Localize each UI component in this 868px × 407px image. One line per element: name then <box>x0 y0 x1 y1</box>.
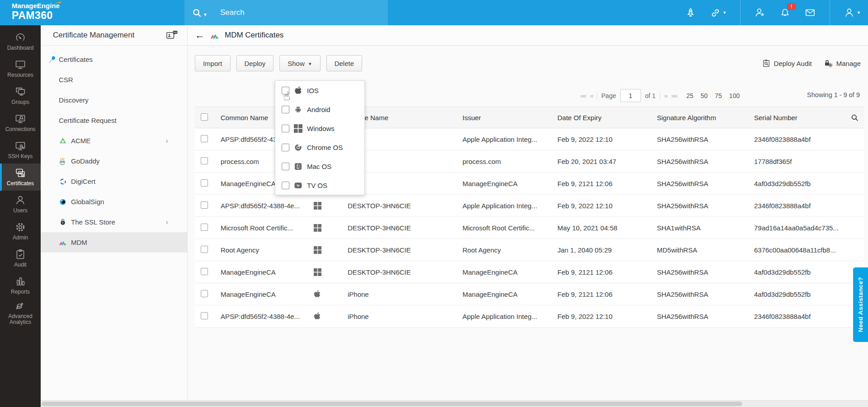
cell-serial: 4af0d3d29db552fb <box>749 268 850 276</box>
deploy-button[interactable]: Deploy <box>236 55 274 71</box>
sidebar-item-ssh-keys[interactable]: SSH Keys <box>0 136 41 164</box>
page-size-100[interactable]: 100 <box>729 92 740 99</box>
table-row[interactable]: ManageEngineCA iPhone ManageEngineCA Feb… <box>195 283 864 305</box>
os-option-chrome-os[interactable]: Chrome OS <box>275 138 364 157</box>
cell-common-name: ManageEngineCA <box>215 268 310 276</box>
table-row[interactable]: ManageEngineCA DESKTOP-3HN6CIE ManageEng… <box>195 261 864 283</box>
table-row[interactable]: APSP:dfd565f2-4388-4e... iPhone Apple Ap… <box>195 305 864 327</box>
sidebar-item-audit[interactable]: Audit <box>0 245 41 272</box>
subnav-item-digicert[interactable]: DigiCert <box>41 171 187 192</box>
os-option-mac-os[interactable]: Mac OS <box>275 157 364 176</box>
first-page-icon[interactable]: «« <box>580 92 586 99</box>
header-signature-algorithm[interactable]: Signature Algorithm <box>651 114 749 122</box>
cell-common-name: Microsoft Root Certific... <box>215 224 310 232</box>
sidebar-item-resources[interactable]: Resources <box>0 55 41 82</box>
sidebar-item-reports[interactable]: Reports <box>0 272 41 299</box>
search-input[interactable] <box>219 8 370 18</box>
subnav-item-csr[interactable]: CSR <box>41 70 187 90</box>
pagination-divider <box>660 92 660 100</box>
sidebar-item-advanced-analytics[interactable]: Advanced Analytics <box>0 299 41 326</box>
page-size-50[interactable]: 50 <box>701 92 708 99</box>
row-checkbox[interactable] <box>201 268 208 275</box>
sidebar-item-dashboard[interactable]: Dashboard <box>0 28 41 55</box>
brand-logo: ManageEngine PAM360 <box>12 2 60 21</box>
subnav-item-acme[interactable]: ACME › <box>41 131 187 151</box>
deploy-audit-button[interactable]: Deploy Audit <box>762 59 812 68</box>
row-checkbox[interactable] <box>201 290 208 297</box>
row-checkbox[interactable] <box>201 246 208 253</box>
search-icon[interactable] <box>192 8 202 18</box>
subnav-item-discovery[interactable]: Discovery <box>41 90 187 110</box>
page-number-input[interactable] <box>620 89 641 102</box>
back-arrow-icon[interactable]: ← <box>195 30 205 40</box>
row-checkbox[interactable] <box>201 312 208 319</box>
connections-icon <box>14 113 26 125</box>
apple-icon <box>294 86 302 95</box>
table-search-icon[interactable] <box>850 113 859 122</box>
sidebar-item-connections[interactable]: Connections <box>0 109 41 136</box>
subnav-item-globalsign[interactable]: GlobalSign <box>41 192 187 212</box>
horizontal-scrollbar[interactable] <box>41 400 868 407</box>
android-checkbox[interactable] <box>282 106 289 113</box>
cell-serial: 2346f0823888a4bf <box>749 313 850 320</box>
manage-button[interactable]: Manage <box>824 59 861 68</box>
header-issuer[interactable]: Issuer <box>457 114 552 122</box>
pagination-divider <box>597 92 597 100</box>
panel-feedback-icon[interactable] <box>166 30 178 41</box>
row-checkbox[interactable] <box>201 179 208 187</box>
users-icon <box>14 194 26 206</box>
tv-os-checkbox[interactable] <box>282 182 289 189</box>
whats-new-rocket-icon[interactable] <box>685 7 696 19</box>
row-checkbox[interactable] <box>201 135 208 142</box>
topbar-divider <box>740 0 741 25</box>
chrome-icon <box>294 143 302 152</box>
next-page-icon[interactable]: » <box>664 92 667 99</box>
chrome-os-checkbox[interactable] <box>282 144 289 151</box>
row-checkbox[interactable] <box>201 224 208 231</box>
sidebar-item-admin[interactable]: Admin <box>0 218 41 245</box>
row-checkbox[interactable] <box>201 157 208 164</box>
table-row[interactable]: Root Agency DESKTOP-3HN6CIE Root Agency … <box>195 239 864 261</box>
windows-checkbox[interactable] <box>282 125 289 132</box>
dashboard-icon <box>14 32 26 43</box>
last-page-icon[interactable]: »» <box>671 92 677 99</box>
search-scope-caret-icon[interactable]: ▼ <box>203 12 208 17</box>
sidebar-item-certificates[interactable]: Certificates <box>0 164 41 191</box>
row-checkbox[interactable] <box>201 201 208 209</box>
os-option-windows[interactable]: Windows <box>275 119 364 138</box>
need-assistance-tab[interactable]: Need Assistance? <box>853 267 868 342</box>
subnav-item-certificate-request[interactable]: Certificate Request <box>41 110 187 131</box>
notifications-bell-icon[interactable]: ! <box>779 7 791 19</box>
quick-links-icon[interactable]: ▼ <box>710 7 726 19</box>
page-size-25[interactable]: 25 <box>686 92 693 99</box>
select-all-checkbox[interactable] <box>201 113 208 121</box>
show-button[interactable]: Show▼ <box>279 55 320 71</box>
mail-icon[interactable] <box>804 7 816 19</box>
table-row[interactable]: APSP:dfd565f2-4388-4e... DESKTOP-3HN6CIE… <box>195 195 864 217</box>
cell-issuer: ManageEngineCA <box>457 268 552 276</box>
cell-device-os <box>310 246 335 254</box>
user-menu-icon[interactable]: ▼ <box>844 7 861 19</box>
mac-os-checkbox[interactable] <box>282 163 289 170</box>
sidebar-item-groups[interactable]: Groups <box>0 82 41 109</box>
subnav-item-godaddy[interactable]: GoDaddy <box>41 151 187 171</box>
header-serial-number[interactable]: Serial Number <box>749 114 850 122</box>
subnav-item-mdm[interactable]: MDM <box>41 232 187 253</box>
import-button[interactable]: Import <box>195 55 231 71</box>
subnav-item-certificates[interactable]: Certificates <box>41 49 187 70</box>
apple-icon <box>314 312 321 320</box>
cell-expiry: Feb 9, 2121 12:06 <box>552 290 651 298</box>
user-star-icon[interactable] <box>754 7 766 19</box>
delete-button[interactable]: Delete <box>326 55 362 71</box>
prev-page-icon[interactable]: « <box>590 92 593 99</box>
scrollbar-thumb[interactable] <box>42 402 742 406</box>
page-size-75[interactable]: 75 <box>715 92 722 99</box>
header-date-of-expiry[interactable]: Date Of Expiry <box>552 114 651 122</box>
macos-finder-icon <box>294 162 302 171</box>
primary-sidebar: Dashboard Resources Groups Connections S… <box>0 25 41 407</box>
table-row[interactable]: Microsoft Root Certific... DESKTOP-3HN6C… <box>195 217 864 239</box>
sidebar-item-users[interactable]: Users <box>0 191 41 218</box>
subnav-item-the-ssl-store[interactable]: The SSL Store › <box>41 212 187 232</box>
brand-line1: ManageEngine <box>12 2 60 10</box>
os-option-tv-os[interactable]: tv TV OS <box>275 176 364 195</box>
